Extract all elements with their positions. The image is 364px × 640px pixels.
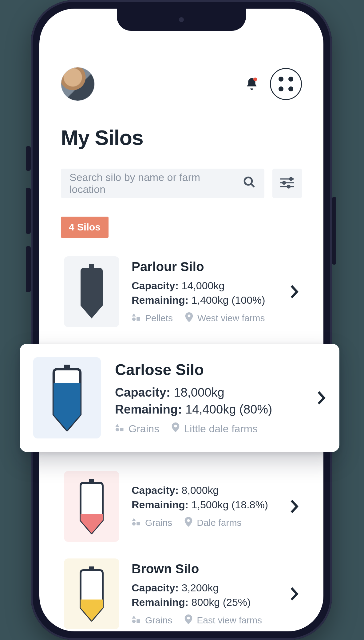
- svg-point-9: [132, 317, 136, 321]
- silo-remaining: Remaining: 1,500kg (18.8%): [132, 499, 277, 511]
- app-header: [61, 67, 302, 101]
- shapes-icon: [115, 423, 124, 435]
- phone-side-button: [26, 146, 31, 171]
- menu-dot-icon: [279, 77, 283, 82]
- silo-feed: Pellets: [132, 313, 173, 324]
- shapes-icon: [132, 313, 141, 324]
- page-title: My Silos: [61, 126, 302, 150]
- silo-remaining: Remaining: 14,400kg (80%): [115, 402, 303, 416]
- silo-location: Dale farms: [184, 517, 241, 529]
- search-input[interactable]: Search silo by name or farm location: [61, 169, 264, 198]
- svg-rect-14: [120, 428, 123, 431]
- phone-notch: [117, 9, 246, 31]
- search-placeholder: Search silo by name or farm location: [69, 171, 237, 195]
- svg-point-7: [287, 185, 290, 188]
- screen: My Silos Search silo by name or farm loc…: [39, 9, 323, 631]
- silo-meta: Grains Little dale farms: [115, 422, 303, 435]
- avatar[interactable]: [61, 67, 95, 101]
- silo-capacity: Capacity: 18,000kg: [115, 386, 303, 399]
- silo-info: Brown Silo Capacity: 3,200kg Remaining: …: [132, 562, 277, 626]
- silo-capacity: Capacity: 14,000kg: [132, 280, 277, 292]
- pin-icon: [184, 517, 192, 529]
- app-content: My Silos Search silo by name or farm loc…: [39, 9, 323, 631]
- shapes-icon: [132, 615, 141, 626]
- svg-point-0: [244, 177, 252, 185]
- filter-button[interactable]: [272, 169, 302, 198]
- silo-meta: Grains East view farms: [132, 614, 277, 626]
- phone-frame: My Silos Search silo by name or farm loc…: [31, 0, 332, 640]
- phone-volume-up: [26, 188, 31, 234]
- silo-location: West view farms: [185, 312, 265, 324]
- silo-feed: Grains: [115, 423, 159, 435]
- chevron-right-icon: [290, 499, 299, 514]
- silo-count-badge: 4 Silos: [61, 217, 109, 238]
- silo-info: Parlour Silo Capacity: 14,000kg Remainin…: [132, 259, 277, 324]
- svg-line-1: [251, 184, 254, 187]
- bell-icon: [245, 87, 259, 92]
- silo-card[interactable]: Brown Silo Capacity: 3,200kg Remaining: …: [61, 558, 302, 629]
- pin-icon: [184, 614, 192, 626]
- svg-point-13: [132, 619, 136, 623]
- menu-dot-icon: [279, 86, 283, 91]
- sliders-icon: [279, 177, 295, 190]
- svg-point-5: [283, 182, 286, 184]
- chevron-right-icon: [317, 390, 326, 406]
- svg-rect-8: [136, 317, 140, 321]
- svg-rect-12: [136, 619, 140, 623]
- silo-remaining: Remaining: 800kg (25%): [132, 596, 277, 608]
- phone-volume-down: [26, 246, 31, 292]
- silo-location: East view farms: [184, 614, 262, 626]
- silo-feed: Grains: [132, 517, 172, 529]
- silo-meta: Pellets West view farms: [132, 312, 277, 324]
- search-row: Search silo by name or farm location: [61, 169, 302, 198]
- notification-dot-icon: [253, 78, 257, 81]
- shapes-icon: [132, 517, 141, 529]
- phone-power-button: [332, 197, 336, 265]
- notifications-button[interactable]: [245, 77, 259, 91]
- silo-capacity: Capacity: 3,200kg: [132, 582, 277, 594]
- silo-name: Carlose Silo: [115, 361, 303, 379]
- pin-icon: [185, 312, 193, 324]
- search-icon: [243, 176, 256, 191]
- svg-point-3: [290, 178, 292, 180]
- silo-info: Capacity: 8,000kg Remaining: 1,500kg (18…: [132, 484, 277, 529]
- silo-capacity: Capacity: 8,000kg: [132, 484, 277, 496]
- silo-name: Parlour Silo: [132, 259, 277, 274]
- chevron-right-icon: [290, 586, 299, 602]
- chevron-right-icon: [290, 284, 299, 299]
- silo-info: Carlose Silo Capacity: 18,000kg Remainin…: [115, 361, 303, 435]
- menu-dot-icon: [288, 86, 293, 91]
- svg-point-11: [132, 522, 136, 525]
- silo-feed: Grains: [132, 615, 172, 626]
- silo-card[interactable]: Carlose Silo Capacity: 18,000kg Remainin…: [20, 344, 339, 452]
- menu-button[interactable]: [270, 68, 302, 100]
- svg-rect-10: [136, 522, 140, 525]
- silo-card[interactable]: Parlour Silo Capacity: 14,000kg Remainin…: [61, 256, 302, 327]
- pin-icon: [172, 422, 180, 435]
- silo-thumbnail: [64, 471, 119, 542]
- silo-location: Little dale farms: [172, 422, 258, 435]
- silo-thumbnail: [64, 256, 119, 327]
- silo-name: Brown Silo: [132, 562, 277, 576]
- header-actions: [245, 68, 302, 100]
- menu-dot-icon: [288, 77, 293, 82]
- silo-meta: Grains Dale farms: [132, 517, 277, 529]
- silo-remaining: Remaining: 1,400kg (100%): [132, 294, 277, 306]
- silo-thumbnail: [33, 357, 101, 438]
- silo-card[interactable]: Capacity: 8,000kg Remaining: 1,500kg (18…: [61, 471, 302, 542]
- svg-point-15: [116, 428, 119, 431]
- silo-thumbnail: [64, 558, 119, 629]
